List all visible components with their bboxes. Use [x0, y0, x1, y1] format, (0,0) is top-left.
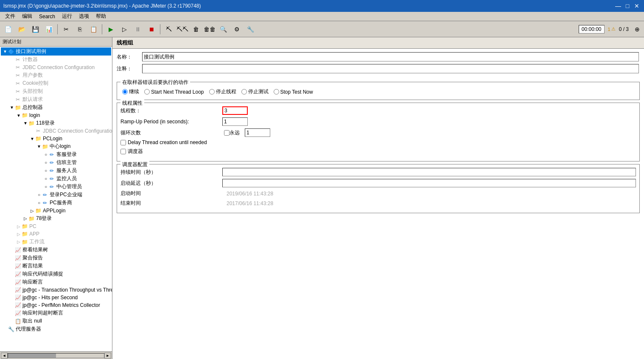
icon-morenqingqiu: ✂ — [14, 96, 21, 103]
tree-item-juhe-baogao[interactable]: 📈 聚合报告 — [1, 254, 111, 262]
tree-item-xinban-zhuren[interactable]: ○ ✏ 信班主管 — [1, 159, 111, 167]
minimize-button[interactable]: — — [614, 2, 622, 10]
tree-item-118denglu[interactable]: ▼ 📁 118登录 — [1, 119, 111, 127]
expander-78denglu[interactable]: ▷ — [23, 216, 28, 221]
radio-stop-now[interactable]: Stop Test Now — [274, 89, 313, 95]
expander-zongkongzhi[interactable]: ▼ — [9, 105, 14, 110]
comment-input[interactable] — [142, 64, 639, 73]
tree-item-cookie[interactable]: ✂ Cookie控制 — [1, 79, 111, 87]
tree-item-jisuan[interactable]: ✂ 计数器 — [1, 56, 111, 64]
tree-item-xiangying-cuowu[interactable]: 📈 响应代码错误捕捉 — [1, 270, 111, 278]
name-input[interactable] — [142, 52, 639, 61]
menu-run[interactable]: 运行 — [59, 12, 76, 21]
forever-checkbox[interactable] — [224, 130, 230, 136]
save-button[interactable]: 💾 — [29, 23, 42, 36]
tree-item-jpgc-throughput[interactable]: 📈 jp@gc - Transaction Throughput vs Thre… — [1, 286, 111, 294]
remote2-button[interactable]: ⚙ — [230, 23, 243, 36]
delay-thread-checkbox[interactable] — [120, 140, 126, 145]
remote-start-button[interactable]: ⛏ — [162, 23, 175, 36]
tree-item-kefu-denglu[interactable]: ○ ✏ 客服登录 — [1, 150, 111, 159]
thread-count-input[interactable] — [222, 106, 248, 115]
tree-item-toubukongzhi[interactable]: ✂ 头部控制 — [1, 87, 111, 95]
radio-start-next-input[interactable] — [144, 89, 150, 95]
tree-item-pclogin[interactable]: ▼ 📁 PCLogin — [1, 135, 111, 142]
clear-button[interactable]: 🗑 — [190, 23, 202, 36]
scheduler-checkbox[interactable] — [120, 149, 126, 154]
toolbar-extra-button[interactable]: ⊕ — [632, 24, 642, 34]
tree-item-jiankong-renyuan[interactable]: ○ ✏ 监控人员 — [1, 175, 111, 183]
start-button[interactable]: ▶ — [104, 23, 117, 36]
cut-button[interactable]: ✂ — [60, 23, 73, 36]
scroll-right-button[interactable]: ► — [104, 353, 111, 359]
expander-app-login[interactable]: ▷ — [30, 208, 35, 213]
tree-item-app[interactable]: ▷ 📁 APP — [1, 230, 111, 238]
tree-item-gongzuoliu[interactable]: ▷ 📁 工作流 — [1, 238, 111, 246]
tree-item-jiemian[interactable]: ▼ 🔷 接口测试用例 — [1, 47, 111, 56]
expander-gongzuoliu: ▷ — [16, 239, 21, 245]
radio-continue-input[interactable] — [122, 89, 128, 95]
tree-item-fuwu-renyuan[interactable]: ○ ✏ 服务人员 — [1, 167, 111, 175]
function-helper-button[interactable]: 🔧 — [244, 23, 257, 36]
tree-item-denglu-pc[interactable]: ○ ✏ 登录PC企业端 — [1, 191, 111, 199]
maximize-button[interactable]: □ — [624, 2, 631, 10]
menu-edit[interactable]: 编辑 — [19, 12, 36, 21]
start-nopause-button[interactable]: ▷ — [118, 23, 131, 36]
tree-item-yonghu[interactable]: ✂ 用户参数 — [1, 71, 111, 79]
tree-item-jpgc-perfmon[interactable]: 📈 jp@gc - PerfMon Metrics Collector — [1, 301, 111, 309]
tree-item-app-login[interactable]: ▷ 📁 APPLogin — [1, 207, 111, 214]
tree-item-zhongxin-login[interactable]: ▼ 📁 中心login — [1, 142, 111, 150]
menu-file[interactable]: 文件 — [2, 12, 19, 21]
radio-stop-now-input[interactable] — [274, 89, 279, 95]
loop-count-input[interactable] — [245, 128, 270, 137]
new-button[interactable]: 📄 — [2, 23, 14, 36]
radio-stop-thread-input[interactable] — [209, 89, 215, 95]
menu-options[interactable]: 选项 — [76, 12, 92, 21]
tree-item-xiangying-chaoshi[interactable]: 📈 响应时间超时断言 — [1, 309, 111, 317]
tree-item-zhongxin-guanli[interactable]: ○ ✏ 中心管理员 — [1, 183, 111, 191]
tree-item-morenqingqiu[interactable]: ✂ 默认请求 — [1, 95, 111, 103]
search-toolbar-button[interactable]: 🔍 — [217, 23, 230, 36]
menu-search[interactable]: Search — [36, 13, 59, 20]
radio-continue[interactable]: 继续 — [122, 88, 139, 95]
menu-help[interactable]: 帮助 — [92, 12, 109, 21]
tree-item-jdbc-config2[interactable]: ✂ JDBC Connection Configuratio — [1, 127, 111, 135]
tree-item-login[interactable]: ▼ 📁 login — [1, 111, 111, 119]
icon-118denglu: 📁 — [28, 120, 35, 127]
tree-item-zongkongzhi[interactable]: ▼ 📁 总控制器 — [1, 103, 111, 111]
tree-item-qu-null[interactable]: 📋 取出 null — [1, 317, 111, 325]
clear-all-button[interactable]: 🗑🗑 — [203, 23, 216, 36]
expander-login[interactable]: ▼ — [16, 113, 21, 118]
expander-pclogin[interactable]: ▼ — [30, 136, 35, 141]
tree-item-chakan-jieguo[interactable]: 📈 察看结果树 — [1, 246, 111, 254]
pause-button[interactable]: ⏸ — [132, 23, 144, 36]
duration-input[interactable] — [222, 168, 636, 176]
radio-stop-test-input[interactable] — [241, 89, 247, 95]
radio-stop-test[interactable]: 停止测试 — [241, 88, 269, 95]
open-button[interactable]: 📂 — [15, 23, 28, 36]
tree-item-xiangying-duanjian[interactable]: 📈 响应断言 — [1, 278, 111, 286]
copy-button[interactable]: ⎘ — [73, 23, 86, 36]
tree-item-daili-fuwuqi[interactable]: 🔧 代理服务器 — [1, 325, 111, 333]
tree-item-duanjian-jieguo[interactable]: 📈 断言结果 — [1, 262, 111, 270]
label-morenqingqiu: 默认请求 — [22, 96, 43, 103]
paste-button[interactable]: 📋 — [87, 23, 100, 36]
startup-delay-input[interactable] — [222, 179, 636, 187]
ramp-up-input[interactable] — [222, 117, 248, 126]
radio-start-next[interactable]: Start Next Thread Loop — [144, 89, 204, 95]
close-button[interactable]: ✕ — [633, 2, 641, 10]
radio-stop-thread[interactable]: 停止线程 — [209, 88, 236, 95]
tree-item-78denglu[interactable]: ▷ 📁 78登录 — [1, 214, 111, 223]
expander-118denglu[interactable]: ▼ — [23, 121, 28, 126]
remote-start-all-button[interactable]: ⛏⛏ — [176, 23, 189, 36]
scroll-left-button[interactable]: ◄ — [1, 353, 8, 359]
tree-item-pc-fuwu[interactable]: ○ ✏ PC服务商 — [1, 199, 111, 207]
stop-button[interactable]: ⏹ — [145, 23, 158, 36]
tree-item-jdbc[interactable]: ✂ JDBC Connection Configuration — [1, 64, 111, 71]
templates-button[interactable]: 📊 — [42, 23, 55, 36]
tree-item-pc[interactable]: ▷ 📁 PC — [1, 223, 111, 230]
expander-jiemian[interactable]: ▼ — [3, 49, 8, 54]
expander-zhongxin-login[interactable]: ▼ — [36, 144, 42, 149]
tree-item-jpgc-hits[interactable]: 📈 jp@gc - Hits per Second — [1, 294, 111, 301]
horizontal-scrollbar[interactable] — [8, 353, 104, 358]
scheduler-label: 调度器 — [128, 148, 143, 155]
